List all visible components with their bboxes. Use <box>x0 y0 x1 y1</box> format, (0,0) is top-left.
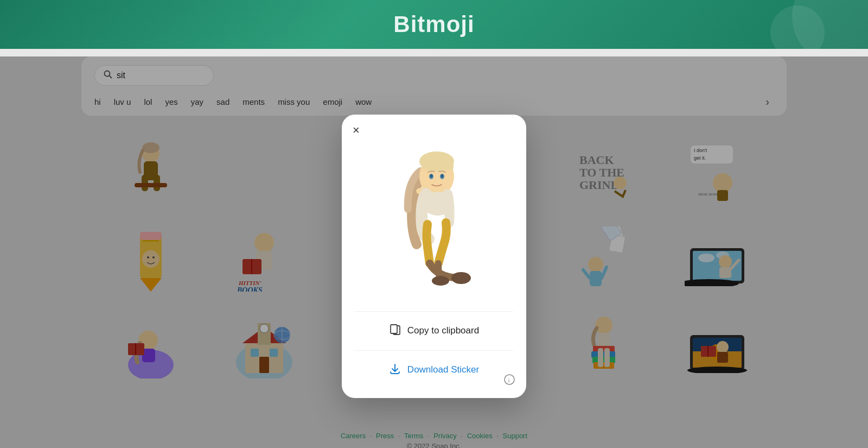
download-icon <box>389 363 401 377</box>
modal-sticker-display <box>369 144 499 296</box>
copy-to-clipboard-button[interactable]: Copy to clipboard <box>355 316 513 346</box>
clipboard-icon <box>389 324 401 338</box>
sticker-modal: × <box>342 115 526 398</box>
main-content: sit hi luv u lol yes yay sad ments miss … <box>0 56 868 448</box>
modal-close-button[interactable]: × <box>353 124 360 136</box>
app-header: Bitmoji <box>0 0 868 49</box>
download-sticker-button[interactable]: Download Sticker <box>355 355 513 385</box>
svg-rect-95 <box>453 273 469 282</box>
modal-divider-2 <box>355 350 513 351</box>
svg-text:i: i <box>508 376 510 383</box>
modal-divider-1 <box>355 311 513 312</box>
svg-point-91 <box>441 174 444 178</box>
modal-overlay[interactable]: × <box>0 56 868 448</box>
copy-label: Copy to clipboard <box>407 325 479 336</box>
info-button[interactable]: i <box>503 374 515 388</box>
sticker-thinking-character <box>380 149 488 291</box>
svg-rect-98 <box>391 325 397 333</box>
header-decoration <box>705 0 868 49</box>
svg-point-90 <box>430 174 433 178</box>
app-title: Bitmoji <box>393 11 474 37</box>
download-label: Download Sticker <box>407 364 479 375</box>
svg-point-96 <box>432 276 449 286</box>
